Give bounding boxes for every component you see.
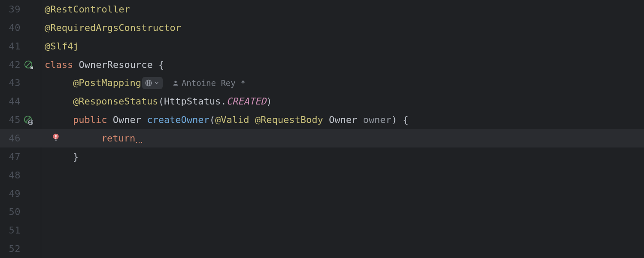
- token: (: [158, 96, 164, 107]
- coverage-none-icon[interactable]: [23, 59, 33, 70]
- code-content[interactable]: @RequiredArgsConstructor: [41, 18, 644, 37]
- svg-point-5: [174, 81, 176, 83]
- code-content[interactable]: return: [41, 129, 644, 147]
- code-line[interactable]: 46 return: [0, 129, 644, 147]
- code-editor[interactable]: 39@RestController40@RequiredArgsConstruc…: [0, 0, 644, 258]
- line-number: 39: [8, 4, 21, 15]
- author-name: Antoine Rey *: [182, 78, 246, 88]
- line-number: 52: [8, 243, 21, 254]
- token: @Slf4j: [45, 41, 79, 52]
- code-line[interactable]: 40@RequiredArgsConstructor: [0, 18, 644, 37]
- code-line[interactable]: 41@Slf4j: [0, 37, 644, 55]
- line-number: 45: [8, 114, 21, 125]
- gutter[interactable]: 41: [0, 37, 41, 55]
- line-number: 41: [8, 41, 21, 52]
- token: Owner: [113, 114, 147, 125]
- svg-rect-14: [55, 140, 57, 141]
- gutter[interactable]: 45: [0, 111, 41, 129]
- token: HttpStatus: [164, 96, 221, 107]
- gutter[interactable]: 43: [0, 74, 41, 92]
- gutter[interactable]: 44: [0, 92, 41, 111]
- gutter[interactable]: 40: [0, 18, 41, 37]
- token: @RequiredArgsConstructor: [45, 22, 181, 33]
- token: class: [45, 59, 79, 70]
- token: }: [73, 151, 79, 162]
- code-content[interactable]: @PostMapping Antoine Rey *: [41, 74, 644, 92]
- token: return: [101, 133, 135, 144]
- code-content[interactable]: [41, 166, 644, 184]
- token: (: [210, 114, 215, 125]
- line-number: 51: [8, 225, 21, 236]
- code-content[interactable]: @ResponseStatus(HttpStatus.CREATED): [41, 92, 644, 111]
- token: .: [221, 96, 226, 107]
- code-line[interactable]: 45 public Owner createOwner(@Valid @Requ…: [0, 111, 644, 129]
- code-line[interactable]: 47}: [0, 147, 644, 166]
- code-content[interactable]: @RestController: [41, 0, 644, 18]
- author-code-vision[interactable]: Antoine Rey *: [172, 78, 246, 88]
- code-content[interactable]: [41, 203, 644, 221]
- gutter[interactable]: 49: [0, 184, 41, 203]
- token: @Valid: [215, 114, 255, 125]
- token: @ResponseStatus: [73, 96, 158, 107]
- code-content[interactable]: [41, 221, 644, 240]
- code-content[interactable]: class OwnerResource {: [41, 55, 644, 74]
- token: owner: [363, 114, 391, 125]
- svg-line-1: [26, 62, 31, 67]
- token: ): [266, 96, 272, 107]
- token: createOwner: [147, 114, 210, 125]
- token: CREATED: [227, 96, 267, 107]
- coverage-web-icon[interactable]: [23, 115, 33, 125]
- token: public: [73, 114, 113, 125]
- gutter[interactable]: 48: [0, 166, 41, 184]
- gutter[interactable]: 46: [0, 129, 41, 147]
- code-content[interactable]: [41, 184, 644, 203]
- gutter-icons: [23, 59, 33, 70]
- line-number: 47: [8, 151, 21, 162]
- svg-rect-12: [55, 135, 56, 138]
- code-line[interactable]: 42 class OwnerResource {: [0, 55, 644, 74]
- token: Owner: [329, 114, 363, 125]
- line-number: 50: [8, 206, 21, 217]
- line-number: 48: [8, 170, 21, 181]
- token: ) {: [392, 114, 409, 125]
- code-content[interactable]: }: [41, 147, 644, 166]
- code-line[interactable]: 48: [0, 166, 644, 184]
- gutter[interactable]: 39: [0, 0, 41, 18]
- code-line[interactable]: 49: [0, 184, 644, 203]
- gutter[interactable]: 51: [0, 221, 41, 240]
- url-inlay-chip[interactable]: [142, 77, 163, 89]
- gutter[interactable]: 52: [0, 240, 41, 258]
- token: @RequestBody: [255, 114, 329, 125]
- code-content[interactable]: @Slf4j: [41, 37, 644, 55]
- token: {: [158, 59, 164, 70]
- token: OwnerResource: [79, 59, 158, 70]
- code-line[interactable]: 51: [0, 221, 644, 240]
- token: @RestController: [45, 4, 130, 15]
- code-line[interactable]: 50: [0, 203, 644, 221]
- line-number: 43: [8, 77, 21, 88]
- code-line[interactable]: 44@ResponseStatus(HttpStatus.CREATED): [0, 92, 644, 111]
- code-line[interactable]: 39@RestController: [0, 0, 644, 18]
- line-number: 40: [8, 22, 21, 33]
- token: @PostMapping: [73, 77, 141, 88]
- code-line[interactable]: 52: [0, 240, 644, 258]
- gutter[interactable]: 50: [0, 203, 41, 221]
- svg-point-13: [55, 138, 56, 139]
- gutter-icons: [23, 115, 33, 125]
- gutter[interactable]: 47: [0, 147, 41, 166]
- line-number: 44: [8, 96, 21, 107]
- gutter[interactable]: 42: [0, 55, 41, 74]
- error-squiggle-icon: [135, 141, 143, 144]
- code-content[interactable]: public Owner createOwner(@Valid @Request…: [41, 111, 644, 129]
- line-number: 49: [8, 188, 21, 199]
- line-number: 46: [8, 133, 21, 144]
- code-content[interactable]: [41, 240, 644, 258]
- code-line[interactable]: 43@PostMapping Antoine Rey *: [0, 74, 644, 92]
- line-number: 42: [8, 59, 21, 70]
- intention-bulb-icon[interactable]: [52, 133, 60, 141]
